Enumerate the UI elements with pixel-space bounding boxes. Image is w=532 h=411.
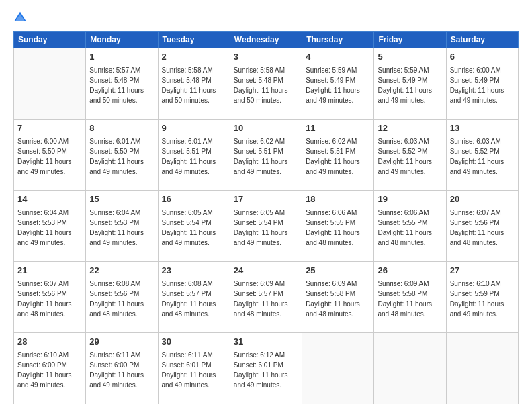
calendar-cell: 20Sunrise: 6:07 AM Sunset: 5:56 PM Dayli… (446, 191, 518, 262)
calendar-header-sunday: Sunday (14, 32, 86, 48)
day-number: 16 (162, 193, 226, 206)
cell-info: Sunrise: 6:00 AM Sunset: 5:49 PM Dayligh… (450, 65, 515, 105)
calendar-cell: 24Sunrise: 6:09 AM Sunset: 5:57 PM Dayli… (230, 262, 302, 333)
day-number: 15 (89, 193, 154, 206)
cell-info: Sunrise: 6:09 AM Sunset: 5:58 PM Dayligh… (306, 279, 370, 319)
day-number: 18 (306, 193, 370, 206)
cell-info: Sunrise: 6:08 AM Sunset: 5:57 PM Dayligh… (162, 279, 226, 319)
cell-info: Sunrise: 6:06 AM Sunset: 5:55 PM Dayligh… (306, 208, 370, 248)
calendar-table: SundayMondayTuesdayWednesdayThursdayFrid… (13, 31, 519, 404)
cell-info: Sunrise: 6:09 AM Sunset: 5:57 PM Dayligh… (234, 279, 298, 319)
cell-info: Sunrise: 6:06 AM Sunset: 5:55 PM Dayligh… (378, 208, 442, 248)
calendar-header-wednesday: Wednesday (230, 32, 302, 48)
calendar-cell (302, 333, 374, 404)
calendar-week-row-3: 14Sunrise: 6:04 AM Sunset: 5:53 PM Dayli… (14, 191, 519, 262)
cell-info: Sunrise: 6:05 AM Sunset: 5:54 PM Dayligh… (162, 208, 226, 248)
cell-info: Sunrise: 6:12 AM Sunset: 6:01 PM Dayligh… (234, 350, 298, 390)
calendar-cell: 13Sunrise: 6:03 AM Sunset: 5:52 PM Dayli… (446, 120, 518, 191)
calendar-cell: 11Sunrise: 6:02 AM Sunset: 5:51 PM Dayli… (302, 120, 374, 191)
day-number: 4 (306, 51, 370, 64)
cell-info: Sunrise: 6:10 AM Sunset: 5:59 PM Dayligh… (450, 279, 515, 319)
day-number: 5 (378, 51, 442, 64)
day-number: 10 (234, 122, 298, 135)
calendar-cell: 9Sunrise: 6:01 AM Sunset: 5:51 PM Daylig… (158, 120, 230, 191)
calendar-cell: 26Sunrise: 6:09 AM Sunset: 5:58 PM Dayli… (374, 262, 446, 333)
cell-info: Sunrise: 5:59 AM Sunset: 5:49 PM Dayligh… (306, 65, 370, 105)
calendar-header-thursday: Thursday (302, 32, 374, 48)
day-number: 12 (378, 122, 442, 135)
day-number: 2 (162, 51, 226, 64)
cell-info: Sunrise: 6:04 AM Sunset: 5:53 PM Dayligh… (89, 208, 154, 248)
cell-info: Sunrise: 5:58 AM Sunset: 5:48 PM Dayligh… (234, 65, 298, 105)
day-number: 23 (162, 265, 226, 277)
logo (13, 11, 30, 24)
calendar-cell: 14Sunrise: 6:04 AM Sunset: 5:53 PM Dayli… (14, 191, 86, 262)
calendar-cell: 27Sunrise: 6:10 AM Sunset: 5:59 PM Dayli… (446, 262, 518, 333)
calendar-cell: 25Sunrise: 6:09 AM Sunset: 5:58 PM Dayli… (302, 262, 374, 333)
day-number: 21 (17, 265, 82, 277)
calendar-cell: 21Sunrise: 6:07 AM Sunset: 5:56 PM Dayli… (14, 262, 86, 333)
calendar-week-row-1: 1Sunrise: 5:57 AM Sunset: 5:48 PM Daylig… (14, 48, 519, 120)
cell-info: Sunrise: 6:05 AM Sunset: 5:54 PM Dayligh… (234, 208, 298, 248)
logo-icon (13, 11, 27, 24)
cell-info: Sunrise: 6:07 AM Sunset: 5:56 PM Dayligh… (17, 279, 82, 319)
calendar-cell: 5Sunrise: 5:59 AM Sunset: 5:49 PM Daylig… (374, 48, 446, 120)
cell-info: Sunrise: 5:58 AM Sunset: 5:48 PM Dayligh… (162, 65, 226, 105)
calendar-cell: 1Sunrise: 5:57 AM Sunset: 5:48 PM Daylig… (86, 48, 158, 120)
cell-info: Sunrise: 6:00 AM Sunset: 5:50 PM Dayligh… (17, 136, 82, 177)
day-number: 29 (89, 336, 154, 349)
calendar-week-row-2: 7Sunrise: 6:00 AM Sunset: 5:50 PM Daylig… (14, 120, 519, 191)
day-number: 24 (234, 265, 298, 277)
calendar-header-saturday: Saturday (446, 32, 518, 48)
day-number: 13 (450, 122, 515, 135)
header (13, 11, 519, 24)
day-number: 17 (234, 193, 298, 206)
day-number: 27 (450, 265, 515, 277)
calendar-week-row-4: 21Sunrise: 6:07 AM Sunset: 5:56 PM Dayli… (14, 262, 519, 333)
day-number: 25 (306, 265, 370, 277)
calendar-header-monday: Monday (86, 32, 158, 48)
day-number: 22 (89, 265, 154, 277)
cell-info: Sunrise: 6:08 AM Sunset: 5:56 PM Dayligh… (89, 279, 154, 319)
calendar-cell (374, 333, 446, 404)
day-number: 1 (89, 51, 154, 64)
calendar-cell (14, 48, 86, 120)
calendar-cell: 7Sunrise: 6:00 AM Sunset: 5:50 PM Daylig… (14, 120, 86, 191)
day-number: 26 (378, 265, 442, 277)
calendar-cell: 23Sunrise: 6:08 AM Sunset: 5:57 PM Dayli… (158, 262, 230, 333)
day-number: 28 (17, 336, 82, 349)
calendar-header-row: SundayMondayTuesdayWednesdayThursdayFrid… (14, 32, 519, 48)
calendar-cell: 30Sunrise: 6:11 AM Sunset: 6:01 PM Dayli… (158, 333, 230, 404)
calendar-cell: 17Sunrise: 6:05 AM Sunset: 5:54 PM Dayli… (230, 191, 302, 262)
cell-info: Sunrise: 6:11 AM Sunset: 6:00 PM Dayligh… (89, 350, 154, 390)
day-number: 31 (234, 336, 298, 349)
cell-info: Sunrise: 5:59 AM Sunset: 5:49 PM Dayligh… (378, 65, 442, 105)
calendar-cell: 22Sunrise: 6:08 AM Sunset: 5:56 PM Dayli… (86, 262, 158, 333)
day-number: 19 (378, 193, 442, 206)
calendar-cell: 18Sunrise: 6:06 AM Sunset: 5:55 PM Dayli… (302, 191, 374, 262)
day-number: 30 (162, 336, 226, 349)
calendar-cell: 6Sunrise: 6:00 AM Sunset: 5:49 PM Daylig… (446, 48, 518, 120)
cell-info: Sunrise: 5:57 AM Sunset: 5:48 PM Dayligh… (89, 65, 154, 105)
calendar-cell (446, 333, 518, 404)
cell-info: Sunrise: 6:03 AM Sunset: 5:52 PM Dayligh… (378, 136, 442, 177)
calendar-week-row-5: 28Sunrise: 6:10 AM Sunset: 6:00 PM Dayli… (14, 333, 519, 404)
day-number: 8 (89, 122, 154, 135)
day-number: 3 (234, 51, 298, 64)
cell-info: Sunrise: 6:02 AM Sunset: 5:51 PM Dayligh… (306, 136, 370, 177)
calendar-cell: 19Sunrise: 6:06 AM Sunset: 5:55 PM Dayli… (374, 191, 446, 262)
cell-info: Sunrise: 6:11 AM Sunset: 6:01 PM Dayligh… (162, 350, 226, 390)
day-number: 20 (450, 193, 515, 206)
page: SundayMondayTuesdayWednesdayThursdayFrid… (0, 0, 532, 411)
cell-info: Sunrise: 6:01 AM Sunset: 5:50 PM Dayligh… (89, 136, 154, 177)
day-number: 7 (17, 122, 82, 135)
cell-info: Sunrise: 6:03 AM Sunset: 5:52 PM Dayligh… (450, 136, 515, 177)
calendar-cell: 3Sunrise: 5:58 AM Sunset: 5:48 PM Daylig… (230, 48, 302, 120)
cell-info: Sunrise: 6:10 AM Sunset: 6:00 PM Dayligh… (17, 350, 82, 390)
day-number: 9 (162, 122, 226, 135)
cell-info: Sunrise: 6:09 AM Sunset: 5:58 PM Dayligh… (378, 279, 442, 319)
cell-info: Sunrise: 6:02 AM Sunset: 5:51 PM Dayligh… (234, 136, 298, 177)
calendar-cell: 8Sunrise: 6:01 AM Sunset: 5:50 PM Daylig… (86, 120, 158, 191)
calendar-cell: 10Sunrise: 6:02 AM Sunset: 5:51 PM Dayli… (230, 120, 302, 191)
calendar-cell: 15Sunrise: 6:04 AM Sunset: 5:53 PM Dayli… (86, 191, 158, 262)
